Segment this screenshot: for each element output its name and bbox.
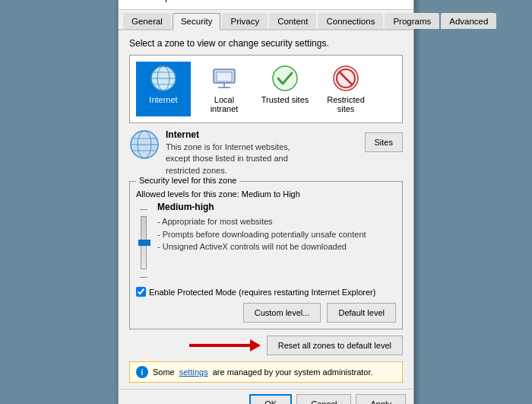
zone-desc: This zone is for Internet websites,excep…: [166, 142, 359, 177]
restricted-label: Restrictedsites: [327, 95, 365, 113]
security-level-title: Medium-high: [157, 202, 396, 212]
cancel-button[interactable]: Cancel: [296, 394, 351, 404]
zone-description-block: Internet This zone is for Internet websi…: [166, 129, 359, 177]
tab-advanced[interactable]: Advanced: [441, 13, 496, 29]
zone-info-icon: [129, 129, 160, 160]
security-point-1: - Appropriate for most websites: [157, 215, 396, 228]
sites-button[interactable]: Sites: [365, 132, 403, 152]
tab-security[interactable]: Security: [173, 13, 221, 30]
zone-trusted-sites[interactable]: Trusted sites: [258, 62, 312, 116]
tab-connections[interactable]: Connections: [318, 13, 383, 29]
custom-level-button[interactable]: Custom level...: [243, 303, 321, 323]
info-icon: i: [136, 366, 148, 378]
internet-label: Internet: [149, 95, 177, 104]
zone-restricted-sites[interactable]: Restrictedsites: [318, 62, 373, 116]
allowed-levels: Allowed levels for this zone: Medium to …: [136, 189, 396, 199]
apply-button[interactable]: Apply: [356, 394, 406, 404]
title-bar: Internet Options ? ✕: [119, 0, 413, 10]
instruction-text: Select a zone to view or change security…: [129, 38, 403, 49]
title-controls: ? ✕: [378, 0, 407, 3]
tab-general[interactable]: General: [123, 13, 171, 29]
svg-rect-6: [217, 72, 232, 81]
restricted-icon: [332, 65, 359, 92]
security-level-group: Security level for this zone Allowed lev…: [129, 181, 403, 329]
bottom-bar: OK Cancel Apply: [119, 389, 413, 404]
admin-notice: i Some settings are managed by your syst…: [129, 361, 403, 383]
reset-button[interactable]: Reset all zones to default level: [267, 336, 403, 355]
slider-top-dash: —: [140, 205, 147, 213]
protected-mode-checkbox[interactable]: [136, 287, 146, 297]
security-points: - Appropriate for most websites - Prompt…: [157, 215, 396, 253]
level-buttons: Custom level... Default level: [136, 303, 396, 323]
security-point-2: - Prompts before downloading potentially…: [157, 228, 396, 241]
zone-info-row: Internet This zone is for Internet websi…: [129, 129, 403, 177]
zone-internet[interactable]: Internet: [136, 62, 191, 116]
slider-column: — —: [136, 205, 151, 281]
security-point-3: - Unsigned ActiveX controls will not be …: [157, 240, 396, 253]
reset-row: Reset all zones to default level: [129, 336, 403, 355]
arrow-shaft: [189, 344, 250, 347]
window-title: Internet Options: [125, 0, 189, 2]
internet-icon: [150, 65, 177, 92]
protected-mode-row: Enable Protected Mode (requires restarti…: [136, 287, 396, 297]
help-button[interactable]: ?: [378, 0, 391, 3]
trusted-label: Trusted sites: [261, 95, 309, 104]
slider-row: — — Medium-high - Appropriate for most w…: [136, 202, 396, 281]
slider-bottom-dash: —: [140, 272, 147, 281]
tab-privacy[interactable]: Privacy: [222, 13, 268, 29]
default-level-button[interactable]: Default level: [327, 303, 396, 323]
arrow-area: [129, 336, 261, 355]
tab-programs[interactable]: Programs: [385, 13, 439, 29]
red-arrow: [189, 339, 261, 352]
slider-thumb: [138, 240, 150, 246]
security-tab-content: Select a zone to view or change security…: [119, 30, 413, 389]
trusted-icon: [271, 65, 299, 92]
admin-text-after: are managed by your system administrator…: [213, 367, 373, 377]
intranet-icon: [211, 65, 238, 92]
svg-point-9: [273, 66, 297, 91]
admin-text-before: Some: [153, 367, 175, 377]
zones-box: Internet Local intranet: [129, 55, 403, 123]
tab-bar: General Security Privacy Content Connect…: [119, 10, 413, 30]
ok-button[interactable]: OK: [249, 394, 292, 404]
internet-options-dialog: Internet Options ? ✕ General Security Pr…: [118, 0, 414, 404]
admin-settings-link[interactable]: settings: [179, 367, 208, 377]
close-button[interactable]: ✕: [395, 0, 407, 3]
zone-local-intranet[interactable]: Local intranet: [197, 62, 252, 116]
protected-mode-label: Enable Protected Mode (requires restarti…: [149, 288, 375, 297]
security-text-block: Medium-high - Appropriate for most websi…: [157, 202, 396, 253]
intranet-label: Local intranet: [200, 95, 249, 113]
zone-name: Internet: [166, 129, 359, 140]
security-group-title: Security level for this zone: [136, 176, 239, 185]
slider-track[interactable]: [141, 216, 147, 269]
arrow-head: [250, 339, 261, 352]
tab-content[interactable]: Content: [269, 13, 316, 29]
